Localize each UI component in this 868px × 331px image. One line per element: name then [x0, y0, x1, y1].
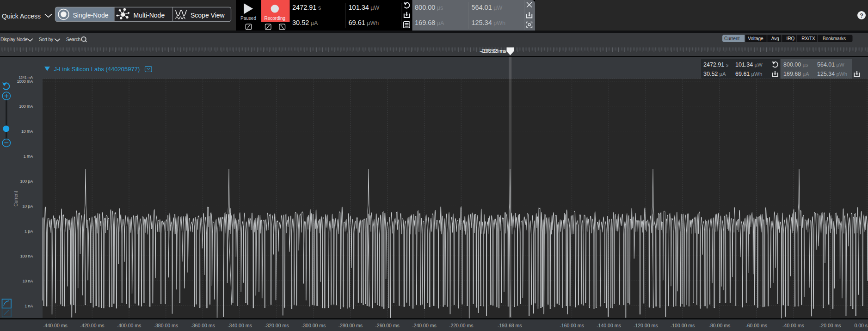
- svg-text:Sort by: Sort by: [39, 37, 54, 42]
- svg-text:-400.00 ms: -400.00 ms: [117, 323, 142, 328]
- svg-text:-40.00 ms: -40.00 ms: [782, 323, 804, 328]
- svg-text:-193.68 ms: -193.68 ms: [481, 48, 507, 54]
- svg-text:564.01 µW: 564.01 µW: [817, 61, 844, 68]
- svg-text:-80.00 ms: -80.00 ms: [708, 323, 730, 328]
- svg-text:-100.00 ms: -100.00 ms: [671, 323, 695, 328]
- svg-text:-160.00 ms: -160.00 ms: [560, 323, 584, 328]
- svg-text:-220.00 ms: -220.00 ms: [449, 323, 474, 328]
- svg-text:125.34 pWh: 125.34 pWh: [471, 19, 505, 26]
- svg-text:-300.00 ms: -300.00 ms: [302, 323, 326, 328]
- svg-text:Current: Current: [724, 36, 740, 41]
- svg-text:-120.00 ms: -120.00 ms: [634, 323, 658, 328]
- svg-text:RX/TX: RX/TX: [801, 36, 815, 41]
- svg-text:100 mA: 100 mA: [19, 104, 33, 109]
- svg-text:2472.91 s: 2472.91 s: [292, 4, 321, 11]
- svg-text:?: ?: [860, 12, 863, 19]
- svg-text:169.68 µA: 169.68 µA: [415, 19, 444, 26]
- svg-text:-380.00 ms: -380.00 ms: [154, 323, 179, 328]
- svg-text:-20.00 ms: -20.00 ms: [819, 323, 841, 328]
- svg-text:-240.00 ms: -240.00 ms: [412, 323, 437, 328]
- svg-text:-360.00 ms: -360.00 ms: [191, 323, 215, 328]
- svg-text:125.34 pWh: 125.34 pWh: [817, 71, 847, 77]
- svg-text:100 µA: 100 µA: [20, 179, 33, 184]
- svg-text:Display Node: Display Node: [0, 37, 28, 42]
- svg-text:1 µA: 1 µA: [25, 229, 33, 233]
- svg-text:800.00 µs: 800.00 µs: [415, 4, 443, 11]
- svg-text:Search: Search: [66, 37, 80, 42]
- svg-text:-280.00 ms: -280.00 ms: [339, 323, 363, 328]
- svg-text:-340.00 ms: -340.00 ms: [228, 323, 252, 328]
- svg-text:-140.00 ms: -140.00 ms: [597, 323, 621, 328]
- svg-text:Paused: Paused: [240, 16, 256, 21]
- svg-text:30.52 µA: 30.52 µA: [292, 19, 318, 26]
- svg-text:0.00 s: 0.00 s: [854, 323, 868, 328]
- svg-text:Bookmarks: Bookmarks: [823, 36, 846, 41]
- svg-text:Avg: Avg: [771, 36, 779, 41]
- svg-text:J-Link Silicon Labs (440205977: J-Link Silicon Labs (440205977): [54, 66, 140, 73]
- svg-text:1 mA: 1 mA: [24, 154, 33, 159]
- svg-text:Current: Current: [13, 191, 18, 207]
- svg-text:-440.00 ms: -440.00 ms: [43, 323, 68, 328]
- svg-text:-320.00 ms: -320.00 ms: [265, 323, 289, 328]
- svg-text:564.01 µW: 564.01 µW: [471, 4, 502, 11]
- svg-text:Quick Access: Quick Access: [2, 12, 41, 20]
- svg-text:-193.68 ms: -193.68 ms: [498, 323, 522, 328]
- svg-text:69.61 µWh: 69.61 µWh: [349, 19, 379, 26]
- svg-text:Scope View: Scope View: [191, 12, 225, 19]
- svg-text:-420.00 ms: -420.00 ms: [80, 323, 105, 328]
- svg-text:101.34 µW: 101.34 µW: [349, 4, 380, 11]
- svg-text:10 µA: 10 µA: [22, 204, 33, 208]
- svg-text:30.52 µA: 30.52 µA: [703, 71, 726, 77]
- svg-text:-260.00 ms: -260.00 ms: [375, 323, 400, 328]
- svg-text:IRQ: IRQ: [787, 36, 795, 41]
- svg-text:Single-Node: Single-Node: [73, 12, 109, 19]
- svg-text:101.34 µW: 101.34 µW: [735, 61, 763, 68]
- svg-text:69.61 µWh: 69.61 µWh: [735, 71, 762, 77]
- svg-text:1000 mA: 1000 mA: [17, 79, 33, 84]
- svg-text:800.00 µs: 800.00 µs: [783, 61, 808, 68]
- svg-text:10 nA: 10 nA: [22, 279, 33, 283]
- svg-text:Multi-Node: Multi-Node: [134, 12, 165, 19]
- svg-text:169.68 µA: 169.68 µA: [783, 71, 809, 77]
- svg-text:2472.91 s: 2472.91 s: [703, 61, 728, 68]
- svg-text:Voltage: Voltage: [748, 36, 763, 41]
- svg-text:10 mA: 10 mA: [21, 129, 33, 134]
- svg-text:100 nA: 100 nA: [20, 254, 33, 258]
- svg-text:1 nA: 1 nA: [25, 304, 33, 308]
- svg-text:Recording: Recording: [265, 16, 286, 21]
- svg-text:-60.00 ms: -60.00 ms: [745, 323, 767, 328]
